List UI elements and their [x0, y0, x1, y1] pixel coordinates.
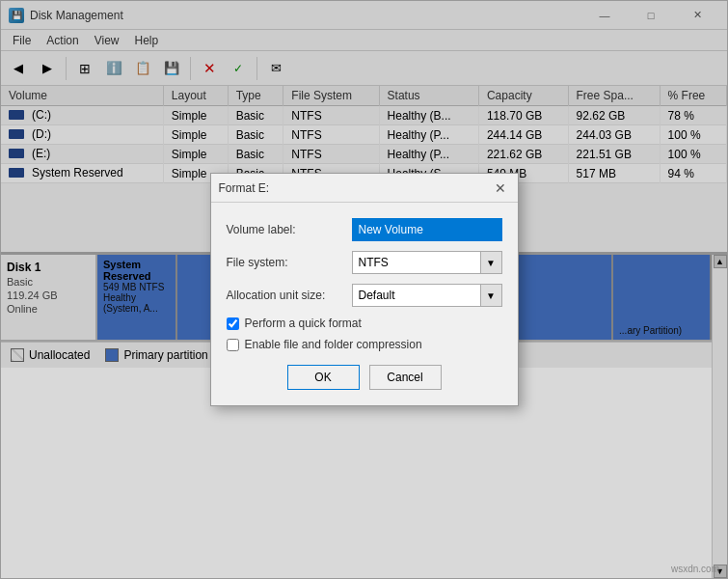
allocation-value: Default	[353, 286, 480, 305]
compression-checkbox[interactable]	[227, 339, 239, 351]
dialog-title: Format E:	[219, 181, 270, 195]
checkboxes-section: Perform a quick format Enable file and f…	[227, 317, 502, 351]
main-window: 💾 Disk Management — □ ✕ File Action View…	[0, 0, 728, 579]
watermark: wsxdn.com	[671, 564, 719, 574]
allocation-label: Allocation unit size:	[227, 289, 352, 302]
dialog-body: Volume label: File system: NTFS ▼	[211, 203, 518, 405]
quick-format-row: Perform a quick format	[227, 317, 502, 330]
allocation-control: Default ▼	[352, 284, 502, 307]
dialog-close-button[interactable]: ✕	[491, 179, 510, 198]
volume-label-input[interactable]	[352, 218, 502, 241]
volume-label-control	[352, 218, 502, 241]
volume-label-row: Volume label:	[227, 218, 502, 241]
volume-label-label: Volume label:	[227, 223, 352, 236]
quick-format-label[interactable]: Perform a quick format	[245, 317, 362, 330]
cancel-button[interactable]: Cancel	[369, 365, 442, 390]
modal-overlay: Format E: ✕ Volume label: File system:	[1, 1, 727, 578]
file-system-select[interactable]: NTFS ▼	[352, 251, 502, 274]
allocation-arrow: ▼	[480, 285, 501, 306]
dialog-buttons: OK Cancel	[227, 365, 502, 390]
compression-row: Enable file and folder compression	[227, 338, 502, 351]
file-system-value: NTFS	[353, 253, 480, 272]
quick-format-checkbox[interactable]	[227, 317, 239, 330]
format-dialog: Format E: ✕ Volume label: File system:	[210, 173, 519, 406]
allocation-select[interactable]: Default ▼	[352, 284, 502, 307]
file-system-control: NTFS ▼	[352, 251, 502, 274]
file-system-arrow: ▼	[480, 252, 501, 273]
dialog-titlebar: Format E: ✕	[211, 174, 518, 203]
compression-label[interactable]: Enable file and folder compression	[245, 338, 422, 351]
ok-button[interactable]: OK	[287, 365, 360, 390]
file-system-label: File system:	[227, 256, 352, 269]
allocation-row: Allocation unit size: Default ▼	[227, 284, 502, 307]
file-system-row: File system: NTFS ▼	[227, 251, 502, 274]
